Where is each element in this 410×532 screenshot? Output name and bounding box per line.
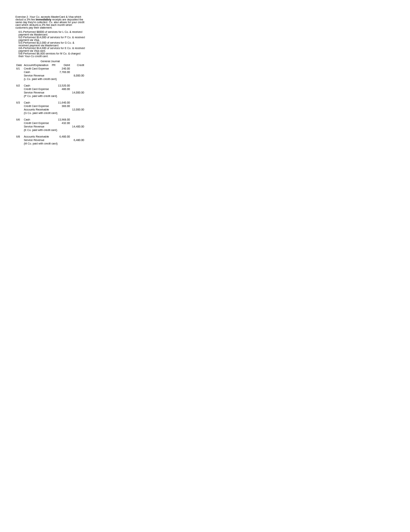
cell-pr: [51, 101, 56, 104]
entry-note: (L Co. paid with credit card): [23, 77, 85, 81]
cell-debit: [56, 125, 71, 128]
cell-date: [15, 125, 23, 128]
event-item: 6/1-Performed $8000 of services for L Co…: [15, 31, 85, 36]
cell-account: Accounts Receivable: [23, 108, 51, 111]
cell-debit: [56, 108, 71, 111]
cell-credit: 14,000.00: [71, 91, 85, 94]
event-item: 6/3-Performed $12,000 of services for G …: [15, 41, 85, 47]
cell-credit: [71, 67, 85, 70]
cell-pr: [51, 118, 56, 121]
cell-pr: [51, 121, 56, 125]
cell-date: [15, 108, 23, 111]
cell-debit: [56, 138, 71, 142]
col-date: Date: [15, 63, 23, 67]
journal-body: 6/1Credit Card Expense240.00Cash7,760.00…: [15, 67, 85, 148]
table-row: (L Co. paid with credit card): [15, 77, 85, 81]
table-row: Service Revenue14,000.00: [15, 91, 85, 94]
event-item: 6/2-Performed $14,000 of services for P …: [15, 36, 85, 41]
cell-date: 6/8: [15, 135, 23, 138]
cell-account: Service Revenue: [23, 91, 51, 94]
table-row: 6/6Cash13,968.00: [15, 118, 85, 121]
table-row: Service Revenue14,400.00: [15, 125, 85, 128]
col-pr: PR: [51, 63, 56, 67]
table-row: 6/8Accounts Receivable6,480.00: [15, 135, 85, 138]
cell-debit: 6,480.00: [56, 135, 71, 138]
cell-date: [15, 104, 23, 108]
cell-date: [15, 121, 23, 125]
intro-bold: Immediately: [36, 18, 51, 21]
cell-date: [15, 138, 23, 142]
cell-account: Credit Card Expense: [23, 104, 51, 108]
cell-pr: [51, 84, 56, 87]
cell-credit: [71, 135, 85, 138]
table-row: Service Revenue6,480.00: [15, 138, 85, 142]
cell-credit: [71, 121, 85, 125]
table-row: Credit Card Expense480.00: [15, 87, 85, 91]
exercise-intro: Exercise 2 -Your Co. accepts MasterCard …: [15, 15, 85, 29]
table-header-row: Date Account/Explanation PR Debit Credit: [15, 63, 85, 67]
cell-debit: 13,520.00: [56, 84, 71, 87]
cell-pr: [51, 104, 56, 108]
cell-credit: [71, 118, 85, 121]
journal-table: Date Account/Explanation PR Debit Credit…: [15, 63, 85, 148]
cell-account: Credit Card Expense: [23, 87, 51, 91]
cell-debit: 13,968.00: [56, 118, 71, 121]
cell-date: [15, 91, 23, 94]
cell-account: Cash: [23, 101, 51, 104]
cell-pr: [51, 125, 56, 128]
table-row: 6/1Credit Card Expense240.00: [15, 67, 85, 70]
table-row: (M Co. paid with credit card): [15, 142, 85, 145]
cell-date: [15, 87, 23, 91]
table-row: (P Co. paid with credit card): [15, 94, 85, 98]
cell-account: Cash: [23, 84, 51, 87]
cell-date: 6/1: [15, 67, 23, 70]
table-row: (G Co. paid with credit card): [15, 111, 85, 115]
cell-account: Service Revenue: [23, 138, 51, 142]
cell-account: Credit Card Expense: [23, 121, 51, 125]
table-row: (E Co. paid with credit card): [15, 128, 85, 132]
col-debit: Debit: [56, 63, 71, 67]
cell-pr: [51, 74, 56, 77]
cell-account: Cash: [23, 118, 51, 121]
cell-pr: [51, 138, 56, 142]
cell-debit: 360.00: [56, 104, 71, 108]
table-row: Credit Card Expense360.00: [15, 104, 85, 108]
cell-date: 6/6: [15, 118, 23, 121]
cell-credit: 12,000.00: [71, 108, 85, 111]
entry-note: (M Co. paid with credit card): [23, 142, 85, 145]
table-row: Credit Card Expense432.00: [15, 121, 85, 125]
journal-title: General Journal: [15, 60, 85, 63]
cell-debit: 432.00: [56, 121, 71, 125]
cell-debit: [56, 91, 71, 94]
cell-pr: [51, 67, 56, 70]
cell-credit: 6,480.00: [71, 138, 85, 142]
cell-date: [15, 74, 23, 77]
cell-account: Service Revenue: [23, 74, 51, 77]
cell-pr: [51, 87, 56, 91]
cell-credit: [71, 101, 85, 104]
cell-debit: 11,640.00: [56, 101, 71, 104]
entry-note: (G Co. paid with credit card): [23, 111, 85, 115]
cell-pr: [51, 70, 56, 74]
cell-credit: [71, 87, 85, 91]
entry-note: (E Co. paid with credit card): [23, 128, 85, 132]
cell-credit: [71, 84, 85, 87]
cell-credit: [71, 104, 85, 108]
event-item: 6/6-Performed $14,600 of services for E …: [15, 47, 85, 52]
cell-date: [15, 70, 23, 74]
cell-debit: 240.00: [56, 67, 71, 70]
cell-date: 6/2: [15, 84, 23, 87]
entry-note: (P Co. paid with credit card): [23, 94, 85, 98]
table-row: Accounts Receivable12,000.00: [15, 108, 85, 111]
cell-pr: [51, 91, 56, 94]
cell-account: Service Revenue: [23, 125, 51, 128]
event-list: 6/1-Performed $8000 of services for L Co…: [15, 31, 85, 58]
cell-account: Credit Card Expense: [23, 67, 51, 70]
cell-date: 6/3: [15, 101, 23, 104]
table-row: Cash7,760.00: [15, 70, 85, 74]
cell-credit: 8,000.00: [71, 74, 85, 77]
table-row: 6/2Cash13,520.00: [15, 84, 85, 87]
table-row: Service Revenue8,000.00: [15, 74, 85, 77]
cell-account: Cash: [23, 70, 51, 74]
cell-debit: 480.00: [56, 87, 71, 91]
